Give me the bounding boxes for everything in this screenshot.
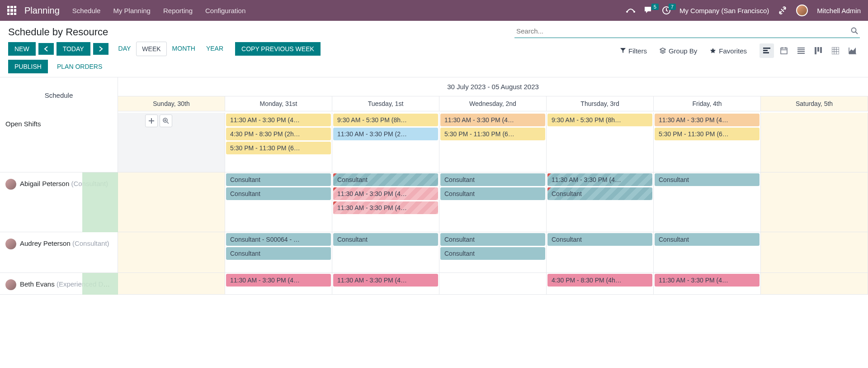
messages-icon[interactable]: 5	[644, 6, 653, 14]
shift-pill[interactable]: 11:30 AM - 3:30 PM (4…	[655, 274, 760, 287]
shift-pill[interactable]: 11:30 AM - 3:30 PM (4…	[333, 187, 438, 200]
day-cell[interactable]: Consultant	[654, 232, 761, 272]
day-cell[interactable]: Consultant	[332, 232, 439, 272]
app-brand[interactable]: Planning	[24, 5, 60, 16]
shift-pill[interactable]: 11:30 AM - 3:30 PM (4…	[547, 173, 652, 186]
shift-pill[interactable]: 11:30 AM - 3:30 PM (4…	[440, 114, 545, 126]
today-button[interactable]: TODAY	[57, 42, 90, 56]
day-cell[interactable]	[761, 113, 868, 172]
nav-reporting[interactable]: Reporting	[163, 7, 193, 14]
shift-pill[interactable]: Consultant	[547, 233, 652, 246]
shift-pill[interactable]: 11:30 AM - 3:30 PM (4…	[655, 114, 760, 126]
gantt-view-icon[interactable]	[760, 43, 774, 58]
shift-pill[interactable]: Consultant	[655, 233, 760, 246]
resource-row[interactable]: Open Shifts	[0, 113, 118, 172]
user-avatar[interactable]	[796, 5, 808, 16]
debug-icon[interactable]	[778, 6, 787, 15]
shift-pill[interactable]: Consultant	[547, 187, 652, 200]
day-cell[interactable]	[761, 232, 868, 272]
scale-year[interactable]: YEAR	[201, 42, 229, 56]
shift-pill[interactable]: 9:30 AM - 5:30 PM (8h…	[333, 114, 438, 126]
shift-pill[interactable]: 9:30 AM - 5:30 PM (8h…	[547, 114, 652, 126]
shift-pill[interactable]: Consultant	[440, 187, 545, 200]
day-cell[interactable]: 11:30 AM - 3:30 PM (4…Consultant	[547, 172, 654, 232]
day-cell[interactable]: ConsultantConsultant	[439, 172, 547, 232]
shift-pill[interactable]: 11:30 AM - 3:30 PM (4…	[226, 114, 331, 126]
copy-previous-week-button[interactable]: COPY PREVIOUS WEEK	[235, 42, 321, 56]
plan-orders-button[interactable]: PLAN ORDERS	[51, 60, 108, 73]
nav-my-planning[interactable]: My Planning	[113, 7, 151, 14]
publish-button[interactable]: PUBLISH	[8, 60, 48, 73]
add-icon[interactable]	[145, 115, 158, 127]
day-cell[interactable]: Consultant	[547, 232, 654, 272]
shift-pill[interactable]: Consultant - S00064 - …	[226, 233, 331, 246]
scale-week[interactable]: WEEK	[136, 42, 166, 56]
shift-pill[interactable]: Consultant	[226, 247, 331, 260]
search-input[interactable]	[514, 24, 860, 38]
shift-pill[interactable]: Consultant	[655, 173, 760, 186]
resource-row[interactable]: Abigail Peterson (Consultant)	[0, 172, 118, 232]
day-cell[interactable]: 4:30 PM - 8:30 PM (4h…	[547, 273, 654, 294]
resource-row[interactable]: Beth Evans (Experienced Deve	[0, 273, 118, 295]
user-name[interactable]: Mitchell Admin	[817, 7, 861, 14]
day-cell[interactable]: ConsultantConsultant	[225, 172, 332, 232]
favorites-button[interactable]: Favorites	[710, 47, 747, 55]
shift-pill[interactable]: 11:30 AM - 3:30 PM (2…	[333, 128, 438, 140]
prev-button[interactable]	[38, 43, 54, 55]
kanban-view-icon[interactable]	[811, 43, 826, 58]
next-button[interactable]	[93, 43, 108, 55]
day-cell[interactable]	[439, 273, 547, 294]
day-cell[interactable]: 9:30 AM - 5:30 PM (8h…11:30 AM - 3:30 PM…	[332, 113, 439, 172]
search-icon[interactable]	[851, 27, 858, 34]
day-cell[interactable]: Consultant	[654, 172, 761, 232]
graph-view-icon[interactable]	[845, 43, 860, 58]
day-cell[interactable]: 11:30 AM - 3:30 PM (4…5:30 PM - 11:30 PM…	[654, 113, 761, 172]
shift-pill[interactable]: 4:30 PM - 8:30 PM (2h…	[226, 128, 331, 140]
day-cell[interactable]	[761, 273, 868, 294]
shift-pill[interactable]: Consultant	[440, 247, 545, 260]
day-cell[interactable]: ConsultantConsultant	[439, 232, 547, 272]
activities-icon[interactable]: 7	[662, 6, 670, 14]
day-cell[interactable]	[118, 232, 225, 272]
day-cell[interactable]: Consultant11:30 AM - 3:30 PM (4…11:30 AM…	[332, 172, 439, 232]
day-cell[interactable]: 11:30 AM - 3:30 PM (4…	[225, 273, 332, 294]
resource-row[interactable]: Audrey Peterson (Consultant)	[0, 232, 118, 273]
shift-pill[interactable]: 11:30 AM - 3:30 PM (4…	[333, 274, 438, 287]
voip-icon[interactable]	[626, 7, 635, 14]
day-cell[interactable]	[118, 172, 225, 232]
apps-icon[interactable]	[7, 6, 16, 15]
shift-pill[interactable]: Consultant	[226, 173, 331, 186]
new-button[interactable]: NEW	[8, 42, 36, 56]
shift-pill[interactable]: 4:30 PM - 8:30 PM (4h…	[547, 274, 652, 287]
shift-pill[interactable]: 11:30 AM - 3:30 PM (4…	[333, 201, 438, 214]
scale-day[interactable]: DAY	[113, 42, 137, 56]
day-cell[interactable]: 11:30 AM - 3:30 PM (4…5:30 PM - 11:30 PM…	[439, 113, 547, 172]
shift-pill[interactable]: Consultant	[333, 173, 438, 186]
calendar-view-icon[interactable]	[777, 43, 791, 58]
shift-pill[interactable]: Consultant	[440, 233, 545, 246]
groupby-button[interactable]: Group By	[660, 47, 697, 55]
slots-row: ConsultantConsultantConsultant11:30 AM -…	[118, 172, 868, 232]
nav-schedule[interactable]: Schedule	[72, 7, 101, 14]
day-cell[interactable]: 11:30 AM - 3:30 PM (4…	[654, 273, 761, 294]
company-switcher[interactable]: My Company (San Francisco)	[679, 7, 769, 14]
shift-pill[interactable]: Consultant	[226, 187, 331, 200]
day-cell[interactable]	[761, 172, 868, 232]
shift-pill[interactable]: 11:30 AM - 3:30 PM (4…	[226, 274, 331, 287]
day-cell[interactable]: 9:30 AM - 5:30 PM (8h…	[547, 113, 654, 172]
day-cell[interactable]: 11:30 AM - 3:30 PM (4…	[332, 273, 439, 294]
filters-button[interactable]: Filters	[620, 47, 647, 55]
scale-month[interactable]: MONTH	[167, 42, 201, 56]
shift-pill[interactable]: 5:30 PM - 11:30 PM (6…	[655, 128, 760, 140]
nav-configuration[interactable]: Configuration	[205, 7, 245, 14]
list-view-icon[interactable]	[794, 43, 808, 58]
shift-pill[interactable]: 5:30 PM - 11:30 PM (6…	[440, 128, 545, 140]
day-cell[interactable]	[118, 273, 225, 294]
zoom-icon[interactable]	[160, 115, 172, 127]
day-cell[interactable]: 11:30 AM - 3:30 PM (4…4:30 PM - 8:30 PM …	[225, 113, 332, 172]
day-cell[interactable]: Consultant - S00064 - …Consultant	[225, 232, 332, 272]
shift-pill[interactable]: Consultant	[333, 233, 438, 246]
shift-pill[interactable]: 5:30 PM - 11:30 PM (6…	[226, 142, 331, 154]
shift-pill[interactable]: Consultant	[440, 173, 545, 186]
pivot-view-icon[interactable]	[828, 43, 843, 58]
